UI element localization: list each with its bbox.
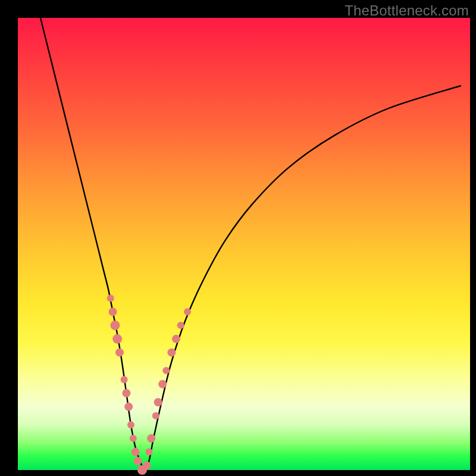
curve-marker xyxy=(107,295,114,302)
curve-marker xyxy=(121,376,128,383)
curve-marker xyxy=(124,403,133,411)
curve-marker xyxy=(110,321,120,330)
curve-markers xyxy=(107,295,191,475)
plot-area xyxy=(18,18,470,470)
curve-marker xyxy=(115,348,124,356)
curve-marker xyxy=(130,435,137,442)
curve-marker xyxy=(154,398,162,406)
curve-marker xyxy=(167,348,176,356)
curve-marker xyxy=(158,380,167,389)
curve-marker xyxy=(143,461,151,469)
curve-marker xyxy=(122,389,130,397)
curve-marker xyxy=(184,308,191,315)
curve-marker xyxy=(131,448,140,456)
curve-marker xyxy=(133,457,142,465)
curve-marker xyxy=(177,322,184,329)
curve-marker xyxy=(109,308,117,316)
watermark-text: TheBottleneck.com xyxy=(345,2,469,19)
curve-marker xyxy=(147,434,155,443)
bottleneck-curve xyxy=(40,18,461,470)
curve-marker xyxy=(112,334,122,344)
curve-marker xyxy=(172,335,180,343)
curve-marker xyxy=(145,449,152,456)
curve-marker xyxy=(162,367,170,374)
chart-svg xyxy=(18,18,470,470)
chart-frame: TheBottleneck.com xyxy=(0,0,476,476)
curve-marker xyxy=(152,412,159,419)
curve-marker xyxy=(127,421,134,428)
